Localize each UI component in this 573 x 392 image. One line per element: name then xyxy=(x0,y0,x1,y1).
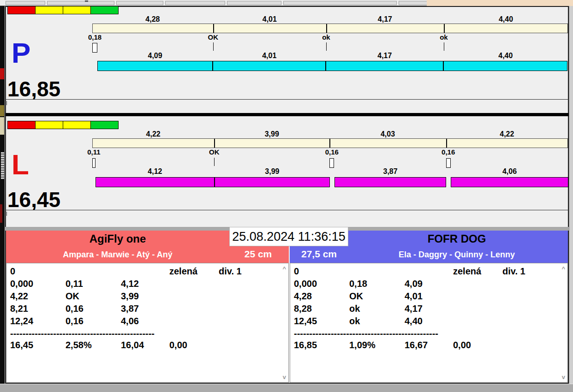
background-window-left-sliver xyxy=(0,6,5,386)
result-row: 8,28ok4,17 xyxy=(290,303,567,316)
sliver-fragment xyxy=(0,204,2,223)
result-cell: 16,67 xyxy=(405,340,428,350)
toolbar-fragment xyxy=(227,1,281,5)
run-bar-segment xyxy=(96,177,215,187)
result-cell: 0 xyxy=(294,266,299,277)
start-light xyxy=(7,6,36,14)
lane-P-letter: P xyxy=(12,42,30,64)
split-time-label: 4,17 xyxy=(378,15,392,24)
result-cell: 0,18 xyxy=(349,279,367,289)
lane-L: 4,223,994,034,22 0,11OK0,160,16 4,123,99… xyxy=(6,118,568,226)
result-cell: 12,45 xyxy=(294,316,317,327)
result-cell: 4,01 xyxy=(405,291,423,302)
result-cell: zelená xyxy=(453,266,481,277)
lane-P-exchange-markers xyxy=(92,42,568,53)
background-window-peach-fragment xyxy=(427,0,573,6)
segment-divider xyxy=(326,24,327,33)
caret-mark xyxy=(6,101,7,105)
run-bar-segment xyxy=(213,61,326,71)
exchange-loss-box xyxy=(92,158,96,168)
segment-divider xyxy=(329,139,330,148)
split-time-label: 4,01 xyxy=(263,15,277,24)
split-time-label: 3,99 xyxy=(265,130,279,138)
result-cell: ok xyxy=(349,303,360,314)
scroll-down-icon[interactable]: v xyxy=(283,375,286,380)
team-name: AgiFly one xyxy=(6,232,229,245)
start-light xyxy=(90,6,119,14)
run-time-label: 3,99 xyxy=(265,167,279,176)
result-cell: 16,85 xyxy=(294,340,317,350)
window-bottom-edge xyxy=(0,384,573,392)
exchange-ok-tick xyxy=(214,158,215,166)
toolbar-fragment xyxy=(116,1,163,5)
result-textbox-right[interactable]: 0zelenádiv. 10,0000,184,094,28OK4,018,28… xyxy=(290,263,568,383)
result-cell: 0,000 xyxy=(294,279,317,289)
scroll-up-icon[interactable]: ^ xyxy=(282,267,286,271)
start-lights xyxy=(7,6,118,14)
lane-L-total-time: 16,45 xyxy=(7,190,60,210)
exchange-ok-label: ok xyxy=(440,33,448,41)
lane-L-exchange-labels: 0,11OK0,160,16 xyxy=(92,148,568,156)
result-cell: 0,00 xyxy=(169,340,187,350)
result-row: 4,28OK4,01 xyxy=(290,291,567,303)
lane-L-run-bar xyxy=(92,177,568,187)
start-light xyxy=(7,121,36,129)
result-cell: 0,16 xyxy=(66,303,84,314)
result-rows: 0zelenádiv. 10,0000,184,094,28OK4,018,28… xyxy=(290,266,567,352)
exchange-loss-box xyxy=(329,158,334,168)
result-row: 16,851,09%16,670,00 xyxy=(290,340,567,352)
lane-P: 4,284,014,174,40 0,18OKokok 4,094,014,17… xyxy=(6,7,568,112)
result-cell: 4,22 xyxy=(10,291,28,302)
sliver-fragment xyxy=(0,117,4,135)
result-textbox-left[interactable]: 0zelenádiv. 10,0000,114,124,22OK3,998,21… xyxy=(6,263,289,383)
split-time-label: 4,22 xyxy=(146,130,161,138)
lane-P-split-bar-top xyxy=(92,24,568,33)
exchange-time-label: 0,16 xyxy=(325,148,339,156)
lane-L-bottom-split-labels: 4,123,993,874,06 xyxy=(92,167,568,175)
lane-P-top-split-labels: 4,284,014,174,40 xyxy=(92,15,568,23)
result-row: 12,45ok4,40 xyxy=(290,316,567,328)
run-time-label: 4,09 xyxy=(148,52,162,60)
toolbar-fragment xyxy=(85,0,88,2)
start-lights xyxy=(7,121,118,129)
result-separator: ----------------------------------------… xyxy=(290,328,567,340)
result-cell: 16,45 xyxy=(10,340,33,350)
toolbar-fragment xyxy=(47,1,114,5)
run-time-label: 3,87 xyxy=(383,167,398,176)
lane-P-exchange-labels: 0,18OKokok xyxy=(92,33,568,41)
scroll-up-icon[interactable]: ^ xyxy=(561,267,565,271)
result-cell: 8,21 xyxy=(10,303,28,314)
window-right-edge xyxy=(569,6,573,392)
segment-divider xyxy=(214,139,215,148)
lane-L-split-bar-top xyxy=(92,138,568,148)
run-time-label: 4,40 xyxy=(498,52,513,60)
result-cell: 0,000 xyxy=(10,279,33,289)
caret-mark xyxy=(6,212,7,216)
start-light xyxy=(63,121,91,129)
lane-L-top-split-labels: 4,223,994,034,22 xyxy=(92,130,568,138)
result-row: 0,0000,114,12 xyxy=(6,279,288,291)
datetime-label: 25.08.2024 11:36:15 xyxy=(229,227,348,246)
sliver-fragment xyxy=(0,105,4,116)
result-cell: 12,24 xyxy=(10,316,33,327)
exchange-time-label: 0,16 xyxy=(442,148,455,156)
jump-height: 27,5 cm xyxy=(291,249,347,260)
split-time-label: 4,03 xyxy=(381,130,395,138)
split-time-label: 4,40 xyxy=(499,15,513,24)
result-cell: 0,00 xyxy=(453,340,471,350)
run-bar-segment xyxy=(326,61,443,71)
result-cell: 8,28 xyxy=(294,303,312,314)
toolbar-fragment xyxy=(6,1,45,5)
result-cell: 3,99 xyxy=(121,291,139,302)
result-row: 8,210,163,87 xyxy=(6,303,288,316)
result-cell: 0,11 xyxy=(66,279,83,289)
exchange-ok-tick xyxy=(213,42,214,51)
exchange-ok-tick xyxy=(444,42,444,51)
result-rows: 0zelenádiv. 10,0000,114,124,22OK3,998,21… xyxy=(6,266,288,352)
team-members: Ela - Daggry - Quinny - Lenny xyxy=(348,250,565,260)
jump-height: 25 cm xyxy=(229,249,287,260)
scroll-down-icon[interactable]: v xyxy=(562,375,565,380)
result-row: 16,452,58%16,040,00 xyxy=(6,340,288,352)
result-row: 0zelenádiv. 1 xyxy=(6,266,288,279)
result-cell: 4,09 xyxy=(405,279,423,289)
